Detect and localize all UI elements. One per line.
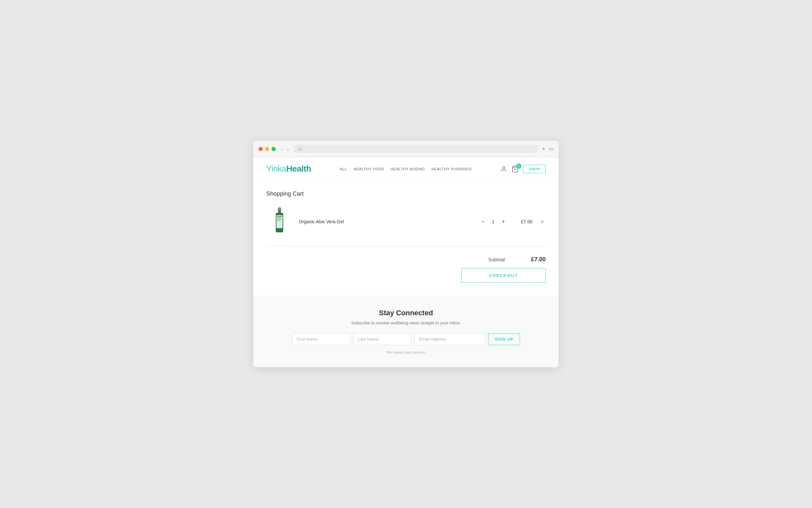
search-icon <box>298 146 302 151</box>
svg-rect-8 <box>277 216 282 217</box>
main-content: Shopping Cart <box>253 181 559 296</box>
logo-health: Health <box>286 164 311 174</box>
quantity-value: 1 <box>490 219 496 224</box>
site-header: YinkaHealth ALL HEALTHY FOOD HEALTHY AGE… <box>253 157 559 181</box>
stay-connected-section: Stay Connected Subscribe to receive well… <box>253 296 559 367</box>
product-name: Organic Aloe Vera Gel <box>299 219 474 224</box>
back-button[interactable]: ‹ <box>280 145 284 153</box>
svg-line-1 <box>301 150 302 151</box>
tabs-button[interactable]: ▭ <box>548 145 554 153</box>
nav-healthy-food[interactable]: HEALTHY FOOD <box>353 167 384 171</box>
email-input[interactable] <box>414 333 486 345</box>
shop-button[interactable]: SHOP <box>523 165 546 173</box>
newsletter-form: SIGN UP <box>266 333 546 345</box>
privacy-text: We respect your privacy. <box>266 350 546 354</box>
subtotal-row: Subtotal £7.00 <box>488 256 546 263</box>
user-icon <box>500 166 507 172</box>
cart-summary: Subtotal £7.00 CHECKOUT <box>266 256 546 283</box>
nav-all[interactable]: ALL <box>340 167 347 171</box>
browser-nav-arrows: ‹ › <box>280 145 290 153</box>
svg-rect-12 <box>278 207 281 208</box>
svg-point-0 <box>298 147 301 150</box>
remove-item-button[interactable]: ✕ <box>539 219 546 225</box>
cart-icon-button[interactable]: 1 <box>512 165 519 173</box>
main-nav: ALL HEALTHY FOOD HEALTHY AGEING HEALTHY … <box>340 167 472 171</box>
account-icon-button[interactable] <box>500 166 507 172</box>
subtotal-value: £7.00 <box>531 256 546 263</box>
browser-chrome: ‹ › + ▭ <box>253 141 559 157</box>
decrease-quantity-button[interactable]: − <box>480 219 486 224</box>
stay-connected-subtitle: Subscribe to receive wellbeing news stra… <box>266 321 546 325</box>
svg-point-2 <box>503 166 505 169</box>
browser-actions: + ▭ <box>542 145 554 153</box>
cart-section: Shopping Cart <box>266 190 546 246</box>
nav-healthy-ageing[interactable]: HEALTHY AGEING <box>391 167 425 171</box>
stay-connected-title: Stay Connected <box>266 309 546 317</box>
svg-rect-11 <box>277 220 281 221</box>
minimize-traffic-light[interactable] <box>265 147 269 151</box>
increase-quantity-button[interactable]: + <box>500 219 506 224</box>
browser-body: YinkaHealth ALL HEALTHY FOOD HEALTHY AGE… <box>253 157 559 367</box>
svg-rect-10 <box>277 219 282 219</box>
last-name-input[interactable] <box>353 333 412 345</box>
maximize-traffic-light[interactable] <box>272 147 276 151</box>
cart-item: Organic Aloe Vera Gel − 1 + £7.00 ✕ <box>266 204 546 240</box>
signup-button[interactable]: SIGN UP <box>488 334 520 345</box>
svg-rect-9 <box>277 217 281 218</box>
header-icons: 1 SHOP <box>500 165 546 173</box>
forward-button[interactable]: › <box>286 145 290 153</box>
product-bottle-image <box>274 207 285 236</box>
nav-healthy-puddings[interactable]: HEALTHY PUDDINGS <box>432 167 472 171</box>
product-image <box>266 207 292 236</box>
logo-yinka: Yinka <box>266 164 286 174</box>
svg-rect-5 <box>278 210 281 213</box>
checkout-button[interactable]: CHECKOUT <box>461 268 546 283</box>
subtotal-label: Subtotal <box>488 257 505 262</box>
svg-rect-7 <box>276 215 283 228</box>
site-logo[interactable]: YinkaHealth <box>266 164 311 174</box>
item-price: £7.00 <box>513 219 532 224</box>
traffic-lights <box>258 147 276 151</box>
cart-title: Shopping Cart <box>266 190 546 197</box>
quantity-controls: − 1 + <box>480 219 506 224</box>
close-traffic-light[interactable] <box>258 147 263 151</box>
cart-badge: 1 <box>516 164 521 169</box>
new-tab-button[interactable]: + <box>542 145 545 153</box>
address-bar[interactable] <box>294 144 538 153</box>
first-name-input[interactable] <box>292 333 350 345</box>
browser-window: ‹ › + ▭ YinkaHealth ALL HEALTHY FOOD HEA… <box>253 141 559 367</box>
